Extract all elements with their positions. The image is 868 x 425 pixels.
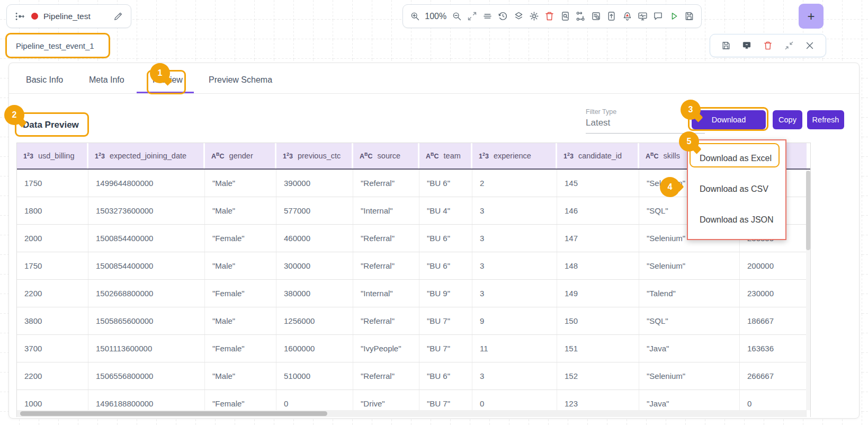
event-label: Pipeline_test_event_1 [16,41,94,50]
tab-preview-schema[interactable]: Preview Schema [209,75,272,85]
table-cell: 147 [557,225,639,252]
monitor-icon[interactable] [637,11,648,22]
history-icon[interactable] [497,11,508,22]
close-icon[interactable] [804,40,815,51]
table-cell: "BU 6" [419,170,472,197]
table-cell: "Selenium" [639,362,740,389]
filter-type-select[interactable]: Latest [586,118,610,128]
fit-view-icon[interactable] [467,11,478,22]
table-cell: "Referral" [353,362,419,389]
tab-meta-info[interactable]: Meta Info [89,75,124,85]
table-cell: 390000 [276,170,353,197]
menu-item-download-json[interactable]: Download as JSON [688,205,785,235]
align-icon[interactable] [482,11,493,22]
column-header: 123expected_joining_date [88,143,205,169]
table-cell: 1500854400000 [88,252,205,279]
settings-icon[interactable] [529,11,540,22]
event-node-badge[interactable]: Pipeline_test_event_1 [5,33,110,58]
table-cell: 1600000 [276,335,353,362]
column-header: 123experience [472,143,557,169]
table-cell: 9 [472,307,557,334]
table-cell: 230000 [740,280,807,307]
column-label: candidate_id [578,152,622,160]
table-cell: "Referral" [353,252,419,279]
document-preview-icon[interactable] [560,11,571,22]
string-type-icon: ABC [360,152,373,160]
canvas-toolbar: 100% [402,4,702,28]
pipeline-node-card[interactable]: Pipeline_test [6,4,131,28]
panel-controls [710,34,826,57]
table-cell: 186667 [740,307,807,334]
table-cell: 1750 [17,170,88,197]
numeric-type-icon: 123 [563,152,574,160]
comments-icon[interactable] [652,11,664,22]
refresh-button[interactable]: Refresh [807,110,844,129]
vertical-scrollbar[interactable] [806,171,810,410]
delete-icon[interactable] [763,40,773,51]
table-cell: 11 [472,335,557,362]
filter-type-label: Filter Type [586,108,616,116]
table-cell: 1750 [17,252,88,279]
table-cell: 2200 [17,280,88,307]
vertical-scrollbar-thumb[interactable] [806,171,810,250]
table-cell: "Male" [205,252,276,279]
column-label: previous_ctc [298,152,341,160]
column-header: 123previous_ctc [276,143,353,169]
table-cell: 1500854400000 [88,225,205,252]
table-cell: 3 [472,225,557,252]
tab-basic-info[interactable]: Basic Info [26,75,63,85]
numeric-type-icon: 123 [479,152,489,160]
save-icon[interactable] [684,11,695,22]
zoom-out-icon[interactable] [451,11,462,22]
section-title: Data Preview [23,120,79,130]
table-cell: 1505865600000 [88,307,205,334]
column-label: expected_joining_date [110,152,186,160]
table-cell: 3800 [17,307,88,334]
delete-icon[interactable] [544,11,555,22]
numeric-type-icon: 123 [23,152,33,160]
table-cell: "Internal" [353,197,419,224]
table-cell: "Male" [205,170,276,197]
display-icon[interactable] [741,40,752,51]
menu-item-download-excel[interactable]: Download as Excel [688,143,785,174]
add-node-button[interactable]: + [799,4,824,29]
plus-icon: + [807,9,815,24]
layers-icon[interactable] [513,11,524,22]
publish-icon[interactable] [606,11,617,22]
versions-icon[interactable] [575,11,586,22]
edit-pencil-icon[interactable] [113,11,123,22]
column-label: skills [664,152,680,160]
table-cell: 1256000 [276,307,353,334]
table-cell: "Selenium" [639,252,740,279]
numeric-type-icon: 123 [283,152,293,160]
column-header: 123candidate_id [557,143,639,169]
string-type-icon: ABC [211,152,225,160]
column-label: source [378,152,401,160]
string-type-icon: ABC [646,152,659,160]
logs-icon[interactable] [590,11,602,22]
column-header: 123usd_billing [17,143,88,169]
horizontal-scrollbar[interactable] [17,410,806,417]
copy-button[interactable]: Copy [773,110,802,129]
table-cell: 300000 [276,252,353,279]
table-row: 17501500854400000"Male"300000"Referral""… [17,252,810,280]
zoom-in-icon[interactable] [409,11,420,22]
callout-5: 5 [679,131,699,152]
table-cell: "BU 6" [419,252,472,279]
table-cell: 150 [557,307,639,334]
table-cell: "BU 6" [419,225,472,252]
horizontal-scrollbar-thumb[interactable] [20,411,327,416]
table-row: 22001502668800000"Female"380000"Internal… [17,280,810,307]
table-cell: 2000 [17,225,88,252]
save-icon[interactable] [721,40,731,51]
run-icon[interactable] [668,11,679,22]
table-cell: "Male" [205,362,276,389]
table-cell: 510000 [276,362,353,389]
table-cell: 148 [557,252,639,279]
alerts-icon[interactable] [622,11,633,22]
minimize-icon[interactable] [784,40,794,51]
download-button[interactable]: Download [692,110,766,129]
table-row: 37001501113600000"Female"1600000"IvyPeop… [17,335,810,362]
download-menu: Download as Excel Download as CSV Downlo… [687,139,786,240]
menu-item-download-csv[interactable]: Download as CSV [688,174,785,205]
